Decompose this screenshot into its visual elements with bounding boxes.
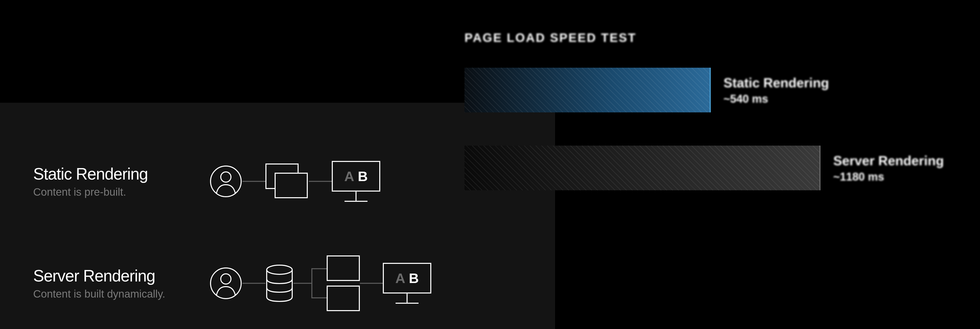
server-rendering-row: Server Rendering Content is built dynami… [33,256,555,311]
database-icon [266,264,293,302]
chart-bar-server [465,145,821,190]
server-rendering-title: Server Rendering [33,267,209,285]
page-load-speed-chart: PAGE LOAD SPEED TEST Static Rendering ~5… [465,30,950,190]
svg-point-2 [210,268,241,299]
monitor-letter-a: A [344,168,354,184]
monitor-letter-a: A [395,270,405,286]
two-pages-icon [327,256,360,311]
split-bracket [311,256,327,311]
monitor-icon: A B [332,161,380,202]
chart-bar-static-row: Static Rendering ~540 ms [465,68,950,112]
pages-icon [266,163,309,199]
monitor-letter-b: B [358,168,368,184]
monitor-icon: A B [383,263,431,304]
static-rendering-text: Static Rendering Content is pre-built. [33,164,209,198]
svg-point-0 [210,166,241,197]
chart-bar-static-label: Static Rendering ~540 ms [724,75,829,105]
static-rendering-subtitle: Content is pre-built. [33,186,209,198]
chart-bar-server-row: Server Rendering ~1180 ms [465,145,950,190]
connector-line [309,181,332,182]
server-pipeline: A B [209,256,431,311]
monitor-letter-b: B [409,270,419,286]
chart-bar-static-value: ~540 ms [724,93,829,105]
static-pipeline: A B [209,161,380,202]
chart-title: PAGE LOAD SPEED TEST [465,30,950,45]
connector-line [242,181,266,182]
svg-point-3 [221,274,231,284]
chart-bar-server-value: ~1180 ms [833,170,944,183]
server-rendering-text: Server Rendering Content is built dynami… [33,267,209,300]
connector-line [293,283,311,284]
svg-point-4 [267,265,292,274]
user-icon [209,165,242,198]
svg-point-1 [221,172,231,182]
connector-line [360,283,383,284]
static-rendering-title: Static Rendering [33,164,209,184]
chart-bar-server-label: Server Rendering ~1180 ms [833,153,944,183]
server-rendering-subtitle: Content is built dynamically. [33,288,209,300]
chart-bar-static-name: Static Rendering [724,75,829,90]
user-icon [209,267,242,300]
connector-line [242,283,266,284]
chart-bar-static [465,68,711,112]
chart-bar-server-name: Server Rendering [833,153,944,168]
